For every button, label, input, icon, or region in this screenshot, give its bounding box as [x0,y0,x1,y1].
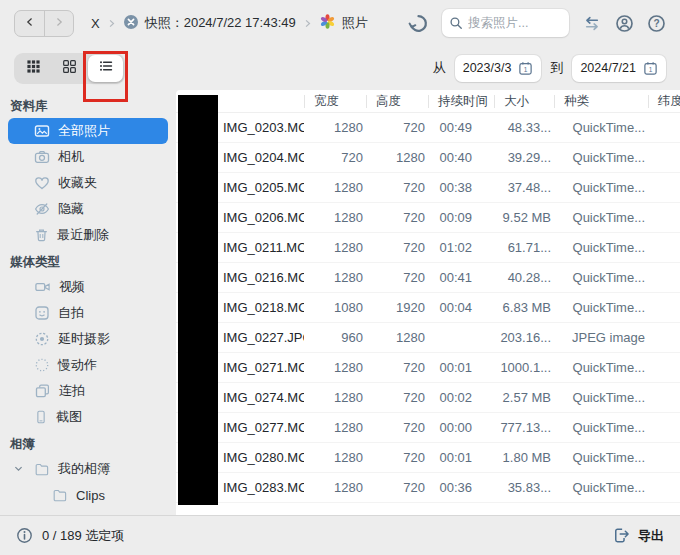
breadcrumb-item-x[interactable]: X [91,16,100,31]
back-button[interactable] [15,11,44,36]
sidebar-item-all-photos[interactable]: 全部照片 [8,118,168,144]
column-header-size[interactable]: 大小 [494,95,554,108]
calendar-icon[interactable]: 1 [643,61,658,76]
table-row[interactable]: IMG_0227.JPG 960 1280 203.16... JPEG ima… [176,323,680,353]
sidebar-item-timelapse[interactable]: 延时摄影 [8,326,168,352]
cell-size: 40.28... [494,270,554,285]
info-icon[interactable] [16,527,33,544]
cell-height: 720 [366,390,428,405]
table-row[interactable]: IMG_0218.MOV 1080 1920 00:04 6.83 MB Qui… [176,293,680,323]
search-input[interactable] [468,16,558,30]
selfie-icon [34,305,50,321]
cell-kind: QuickTime... [554,180,648,195]
refresh-icon[interactable] [408,13,429,34]
redaction-overlay [178,95,218,505]
table-row[interactable]: IMG_0205.MOV 1280 720 00:38 37.48... Qui… [176,173,680,203]
cell-kind: JPEG image [554,330,648,345]
forward-button[interactable] [44,11,73,36]
view-button-list[interactable] [88,55,123,82]
cell-size: 37.48... [494,180,554,195]
table-row[interactable]: IMG_0277.MOV 1280 720 00:00 777.13... Qu… [176,413,680,443]
eye-slash-icon [34,201,50,217]
help-icon[interactable]: ? [647,14,666,33]
date-from-input[interactable]: 2023/3/3 1 [455,55,542,82]
slomo-icon [34,357,50,373]
cell-duration: 00:04 [428,300,494,315]
table-row[interactable]: IMG_0203.MOV 1280 720 00:49 48.33... Qui… [176,113,680,143]
cell-size: 61.71... [494,240,554,255]
cell-height: 720 [366,270,428,285]
sidebar: 资料库 全部照片 相机 收藏夹 隐藏 最近删除 媒体类型 视频 自拍 [0,90,176,515]
cell-duration: 00:38 [428,180,494,195]
table-row[interactable]: IMG_0280.MOV 1280 720 00:01 1.80 MB Quic… [176,443,680,473]
date-to-label: 到 [550,59,563,77]
sidebar-item-screenshots[interactable]: 截图 [8,404,168,430]
sidebar-item-label: 截图 [56,408,82,426]
sidebar-item-camera[interactable]: 相机 [8,144,168,170]
chevron-down-icon[interactable] [13,463,24,474]
sidebar-item-label: Clips [76,488,105,503]
sidebar-item-clips[interactable]: Clips [8,482,168,508]
burst-icon [34,383,51,399]
sidebar-item-label: 慢动作 [58,356,97,374]
sidebar-item-hidden[interactable]: 隐藏 [8,196,168,222]
folder-icon [52,488,68,503]
date-to-input[interactable]: 2024/7/21 1 [572,55,666,82]
column-header-latitude[interactable]: 纬度 [648,95,680,108]
sidebar-item-selfies[interactable]: 自拍 [8,300,168,326]
column-header-duration[interactable]: 持续时间 [428,95,494,108]
cell-width: 1280 [304,210,366,225]
sidebar-section-library: 资料库 [10,98,166,115]
cell-duration: 00:09 [428,210,494,225]
list-icon [98,58,114,78]
sidebar-albums-list: 我的相簿 Clips iQIYI 来自我的 Mac [8,456,168,515]
cell-height: 720 [366,180,428,195]
view-button-gallery[interactable] [52,55,87,82]
table-row[interactable]: IMG_0211.MOV 1280 720 01:02 61.71... Qui… [176,233,680,263]
search-box[interactable] [442,9,569,37]
column-header-kind[interactable]: 种类 [554,95,648,108]
sidebar-item-recently-deleted[interactable]: 最近删除 [8,222,168,248]
table-row[interactable]: IMG_0274.MOV 1280 720 00:02 2.57 MB Quic… [176,383,680,413]
sidebar-item-iqiyi[interactable]: iQIYI [8,508,168,515]
selection-count: 0 / 189 选定项 [42,527,124,545]
cell-height: 720 [366,420,428,435]
table-row[interactable]: IMG_0271.MOV 1280 720 00:01 1000.1... Qu… [176,353,680,383]
view-button-grid[interactable] [16,55,51,82]
calendar-icon[interactable]: 1 [518,61,533,76]
sidebar-library-list: 全部照片 相机 收藏夹 隐藏 最近删除 [8,118,168,248]
table-row[interactable]: IMG_0216.MOV 1280 720 00:41 40.28... Qui… [176,263,680,293]
date-from-label: 从 [433,59,446,77]
grid4-icon [62,59,77,78]
cell-width: 1280 [304,270,366,285]
sidebar-item-favorites[interactable]: 收藏夹 [8,170,168,196]
breadcrumb-item-snapshot[interactable]: 快照：2024/7/22 17:43:49 [123,14,296,33]
svg-text:1: 1 [524,65,528,72]
transfer-icon[interactable] [582,15,602,32]
history-nav [14,10,74,37]
breadcrumb-item-photos[interactable]: 照片 [319,13,368,33]
folder-icon [52,514,68,516]
table-row[interactable]: IMG_0283.MOV 1280 720 00:36 35.83... Qui… [176,473,680,503]
cell-kind: QuickTime... [554,450,648,465]
cell-height: 720 [366,480,428,495]
cell-duration: 00:01 [428,360,494,375]
chevron-left-icon [25,14,35,32]
svg-text:?: ? [653,18,659,29]
breadcrumb-label: 照片 [342,14,368,32]
cell-duration: 01:02 [428,240,494,255]
cell-width: 1280 [304,180,366,195]
view-switcher [14,53,125,84]
column-header-width[interactable]: 宽度 [304,95,366,108]
sidebar-item-slomo[interactable]: 慢动作 [8,352,168,378]
account-icon[interactable] [615,14,634,33]
table-row[interactable]: IMG_0206.MOV 1280 720 00:09 9.52 MB Quic… [176,203,680,233]
sidebar-item-label: 连拍 [59,382,85,400]
sidebar-item-my-albums[interactable]: 我的相簿 [8,456,168,482]
sidebar-item-videos[interactable]: 视频 [8,274,168,300]
sidebar-item-bursts[interactable]: 连拍 [8,378,168,404]
column-header-height[interactable]: 高度 [366,95,428,108]
export-button[interactable]: 导出 [613,527,664,545]
sidebar-item-label: 延时摄影 [58,330,110,348]
table-row[interactable]: IMG_0204.MOV 720 1280 00:40 39.29... Qui… [176,143,680,173]
